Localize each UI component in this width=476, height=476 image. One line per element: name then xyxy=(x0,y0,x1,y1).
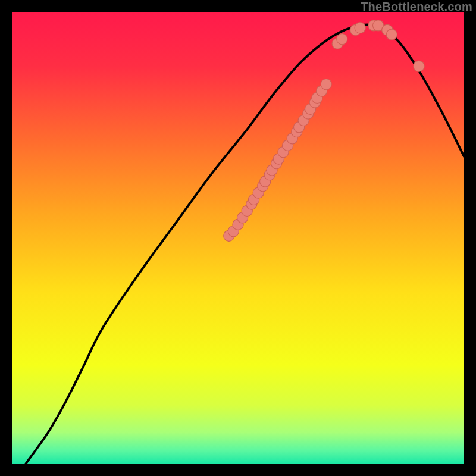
data-point xyxy=(414,61,424,71)
data-point xyxy=(355,22,365,33)
data-points xyxy=(224,20,424,242)
data-point xyxy=(321,79,331,89)
chart-container: TheBottleneck.com xyxy=(0,0,476,476)
data-point xyxy=(337,33,347,44)
data-point xyxy=(386,29,397,40)
bottleneck-curve xyxy=(26,24,464,464)
curve-layer xyxy=(12,12,464,464)
plot-area xyxy=(12,12,464,464)
